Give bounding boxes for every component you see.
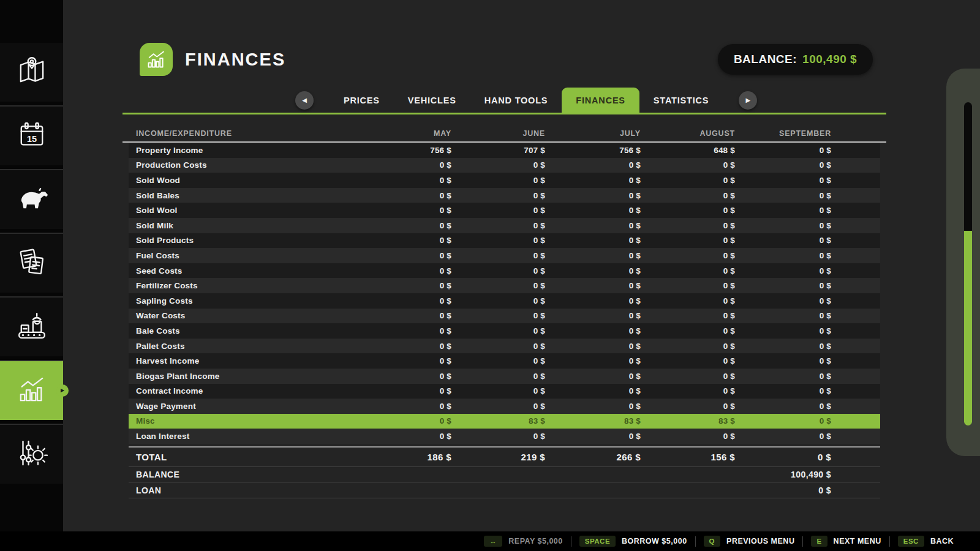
row-value: 0 $ — [641, 281, 735, 290]
table-row-biogas-plant-income[interactable]: Biogas Plant Income0 $0 $0 $0 $0 $ — [129, 369, 880, 384]
scrollbar-track[interactable] — [964, 102, 972, 231]
column-header-income-expenditure: INCOME/EXPENDITURE — [129, 129, 360, 138]
summary-value: 100,490 $ — [735, 470, 831, 479]
sidebar-item-production[interactable] — [0, 298, 63, 356]
table-row-pallet-costs[interactable]: Pallet Costs0 $0 $0 $0 $0 $ — [129, 339, 880, 354]
table-body: Property Income756 $707 $756 $648 $0 $Pr… — [123, 143, 886, 444]
summary-value: 0 $ — [735, 485, 831, 495]
row-value: 0 $ — [360, 160, 451, 170]
row-value: 0 $ — [360, 386, 451, 395]
row-value: 0 $ — [545, 356, 641, 365]
row-value: 0 $ — [360, 432, 451, 441]
row-value: 0 $ — [545, 160, 641, 170]
summary-label: BALANCE — [129, 470, 360, 479]
column-header-may: MAY — [360, 129, 451, 138]
row-value: 0 $ — [451, 356, 545, 365]
tab-underline — [123, 113, 886, 114]
table-row-sold-wool[interactable]: Sold Wool0 $0 $0 $0 $0 $ — [129, 203, 880, 218]
row-value: 0 $ — [451, 176, 545, 185]
row-value: 0 $ — [360, 191, 451, 200]
tab-prices[interactable]: PRICES — [330, 88, 394, 113]
row-value: 0 $ — [735, 416, 831, 425]
hotkey-next-menu[interactable]: ENEXT MENU — [811, 536, 881, 547]
row-value: 0 $ — [545, 221, 641, 230]
summary-row-divider — [129, 498, 880, 498]
tab-vehicles[interactable]: VEHICLES — [394, 88, 470, 113]
row-value: 0 $ — [735, 311, 831, 320]
sidebar-item-contracts[interactable] — [0, 234, 63, 293]
table-row-contract-income[interactable]: Contract Income0 $0 $0 $0 $0 $ — [129, 384, 880, 399]
table-row-production-costs[interactable]: Production Costs0 $0 $0 $0 $0 $ — [129, 158, 880, 173]
table-row-sold-milk[interactable]: Sold Milk0 $0 $0 $0 $0 $ — [129, 218, 880, 233]
row-value: 0 $ — [641, 251, 735, 260]
row-value: 0 $ — [735, 266, 831, 276]
table-row-water-costs[interactable]: Water Costs0 $0 $0 $0 $0 $ — [129, 309, 880, 324]
hotkey-label: REPAY $5,000 — [508, 537, 562, 545]
row-value: 0 $ — [451, 311, 545, 320]
row-value: 0 $ — [545, 281, 641, 290]
summary-value: 186 $ — [360, 452, 451, 462]
table-row-wage-payment[interactable]: Wage Payment0 $0 $0 $0 $0 $ — [129, 399, 880, 414]
row-value: 0 $ — [735, 160, 831, 170]
tab-statistics[interactable]: STATISTICS — [639, 88, 723, 113]
row-value: 0 $ — [641, 386, 735, 395]
row-label: Pallet Costs — [129, 342, 360, 351]
row-label: Water Costs — [129, 311, 360, 320]
table-row-sold-wood[interactable]: Sold Wood0 $0 $0 $0 $0 $ — [129, 173, 880, 188]
page-header-block: FINANCES — [140, 43, 285, 76]
hotbar-divider — [571, 536, 571, 547]
row-value: 0 $ — [451, 266, 545, 276]
table-row-fuel-costs[interactable]: Fuel Costs0 $0 $0 $0 $0 $ — [129, 248, 880, 263]
balance-badge: BALANCE: 100,490 $ — [718, 44, 873, 75]
table-row-sold-products[interactable]: Sold Products0 $0 $0 $0 $0 $ — [129, 233, 880, 249]
row-value: 0 $ — [451, 206, 545, 215]
hotkey-repay-5-000[interactable]: ↔REPAY $5,000 — [484, 536, 562, 547]
table-row-sold-bales[interactable]: Sold Bales0 $0 $0 $0 $0 $ — [129, 188, 880, 203]
tabs: PRICESVEHICLESHAND TOOLSFINANCESSTATISTI… — [330, 88, 723, 113]
tabs-next-button[interactable]: ▶ — [739, 91, 757, 110]
row-value: 0 $ — [641, 266, 735, 276]
hotkey-previous-menu[interactable]: QPREVIOUS MENU — [704, 536, 795, 547]
row-label: Sold Products — [129, 236, 360, 245]
summary-row-total: TOTAL186 $219 $266 $156 $0 $ — [129, 448, 880, 467]
sidebar: 15▶ — [0, 0, 63, 531]
tabs-prev-button[interactable]: ◀ — [295, 91, 314, 110]
table-row-loan-interest[interactable]: Loan Interest0 $0 $0 $0 $0 $ — [129, 429, 880, 444]
row-value: 0 $ — [735, 342, 831, 351]
row-value: 0 $ — [545, 176, 641, 185]
table-row-sapling-costs[interactable]: Sapling Costs0 $0 $0 $0 $0 $ — [129, 293, 880, 309]
table-row-harvest-income[interactable]: Harvest Income0 $0 $0 $0 $0 $ — [129, 353, 880, 369]
sidebar-item-map[interactable] — [0, 43, 63, 102]
row-value: 0 $ — [735, 281, 831, 290]
row-value: 707 $ — [451, 146, 545, 155]
table-row-fertilizer-costs[interactable]: Fertilizer Costs0 $0 $0 $0 $0 $ — [129, 278, 880, 293]
tab-bar: ◀ PRICESVEHICLESHAND TOOLSFINANCESSTATIS… — [295, 88, 757, 113]
sidebar-item-finances[interactable]: ▶ — [0, 361, 63, 420]
summary-label: TOTAL — [129, 452, 360, 462]
row-value: 0 $ — [451, 236, 545, 245]
row-value: 0 $ — [735, 402, 831, 411]
tab-finances[interactable]: FINANCES — [562, 88, 639, 113]
sidebar-item-settings[interactable] — [0, 425, 63, 484]
row-value: 0 $ — [641, 221, 735, 230]
sidebar-item-animals[interactable] — [0, 170, 63, 229]
sidebar-item-calendar[interactable]: 15 — [0, 107, 63, 165]
table-row-misc[interactable]: Misc0 $83 $83 $83 $0 $ — [129, 414, 880, 429]
hotbar-divider — [889, 536, 890, 547]
hotkey-back[interactable]: ESCBACK — [898, 536, 954, 547]
tab-hand-tools[interactable]: HAND TOOLS — [470, 88, 562, 113]
row-value: 83 $ — [641, 416, 735, 425]
summary-value: 219 $ — [451, 452, 545, 462]
cow-icon — [14, 181, 50, 219]
balance-label: BALANCE: — [734, 53, 797, 66]
row-value: 0 $ — [360, 356, 451, 365]
row-value: 0 $ — [360, 266, 451, 276]
table-row-bale-costs[interactable]: Bale Costs0 $0 $0 $0 $0 $ — [129, 323, 880, 339]
row-value: 0 $ — [360, 176, 451, 185]
scrollbar — [946, 69, 980, 456]
table-row-property-income[interactable]: Property Income756 $707 $756 $648 $0 $ — [129, 143, 880, 158]
finances-screen: 15▶ FINANCES BALANCE: 100,490 $ ◀ PRICES… — [0, 0, 980, 551]
hotkey-borrow-5-000[interactable]: SPACEBORROW $5,000 — [579, 536, 687, 547]
scrollbar-thumb[interactable] — [964, 231, 972, 425]
table-row-seed-costs[interactable]: Seed Costs0 $0 $0 $0 $0 $ — [129, 263, 880, 279]
